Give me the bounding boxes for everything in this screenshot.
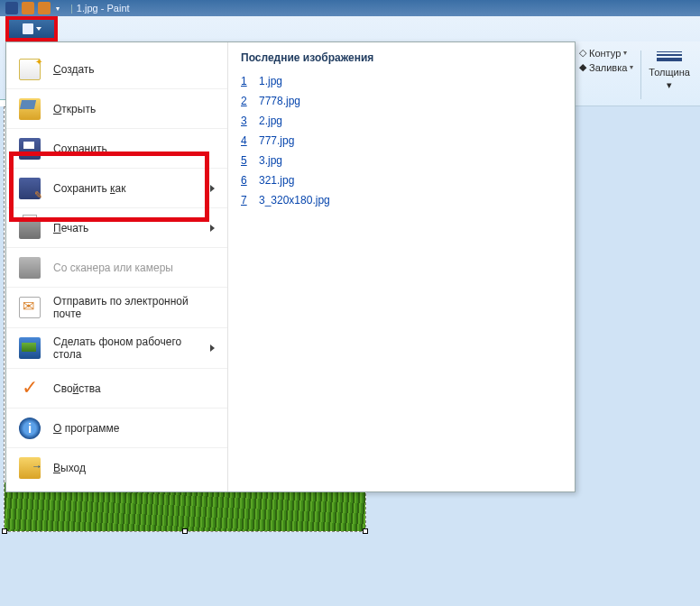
file-menu-button[interactable] (9, 20, 54, 38)
thickness-icon (657, 47, 682, 65)
wallpaper-icon (19, 337, 41, 359)
save-icon (19, 138, 41, 160)
ribbon-outline-button[interactable]: ◇ Контур ▾ (579, 47, 633, 59)
file-menu-dropdown: Создать Открыть Сохранить Сохранить как … (5, 41, 576, 492)
menu-item-label: Выход (53, 462, 86, 474)
menu-item-label: Со сканера или камеры (53, 262, 173, 274)
window-title-dash: - (98, 3, 107, 14)
fill-icon: ◆ (579, 61, 586, 73)
resize-handle[interactable] (2, 528, 7, 534)
menu-item-label: Сохранить (53, 142, 107, 155)
qat-customize-dropdown[interactable]: ▾ (54, 2, 61, 14)
properties-icon: ✓ (19, 378, 41, 399)
ribbon-outline-label: Контур (589, 48, 621, 59)
recent-file-item[interactable]: 32.jpg (241, 111, 562, 131)
window-title-app: Paint (107, 3, 130, 14)
about-icon: i (19, 418, 41, 439)
menu-item-label: Сделать фоном рабочего стола (53, 335, 198, 361)
recent-files-title: Последние изображения (241, 51, 562, 64)
new-icon (19, 59, 41, 80)
qat-save-icon[interactable] (5, 2, 18, 14)
menu-item-label: Отправить по электронной почте (53, 295, 215, 320)
quick-access-toolbar: ▾ (5, 2, 61, 14)
submenu-arrow-icon (210, 344, 215, 352)
menu-item-print[interactable]: Печать (6, 208, 227, 248)
recent-file-item[interactable]: 73_320x180.jpg (241, 190, 562, 210)
menu-item-save[interactable]: Сохранить (6, 129, 227, 169)
menu-item-new[interactable]: Создать (6, 50, 227, 89)
recent-files-list: 11.jpg 27778.jpg 32.jpg 4777.jpg 53.jpg … (241, 71, 562, 210)
resize-handle[interactable] (363, 528, 368, 534)
ribbon-outline-fill-group: ◇ Контур ▾ ◆ Заливка ▾ (579, 47, 633, 73)
resize-handle[interactable] (182, 528, 188, 534)
outline-icon: ◇ (579, 47, 586, 59)
open-icon (19, 98, 41, 120)
menu-item-label: Печать (53, 222, 88, 234)
ribbon-thickness-button[interactable]: Толщина ▾ (649, 47, 690, 91)
chevron-down-icon (36, 27, 41, 31)
ribbon-fill-button[interactable]: ◆ Заливка ▾ (579, 61, 633, 73)
title-separator: | (70, 3, 73, 14)
qat-redo-icon[interactable] (38, 2, 51, 14)
menu-item-label: Свойства (53, 382, 101, 395)
qat-undo-icon[interactable] (22, 2, 34, 14)
ribbon-thickness-label: Толщина (649, 67, 690, 78)
menu-item-exit[interactable]: Выход (6, 448, 227, 488)
menu-item-label: Открыть (53, 103, 96, 115)
submenu-arrow-icon (210, 185, 215, 192)
menu-item-scanner: Со сканера или камеры (6, 248, 227, 288)
recent-file-item[interactable]: 4777.jpg (241, 131, 562, 151)
menu-item-wallpaper[interactable]: Сделать фоном рабочего стола (6, 328, 227, 369)
recent-file-item[interactable]: 6321.jpg (241, 170, 562, 190)
file-menu-icon (23, 23, 33, 34)
title-bar: ▾ | 1.jpg - Paint (0, 0, 700, 16)
menu-item-label: О программе (53, 422, 119, 435)
ribbon-fill-label: Заливка (589, 62, 627, 73)
print-icon (19, 217, 41, 239)
recent-file-item[interactable]: 27778.jpg (241, 91, 562, 111)
menu-item-about[interactable]: i О программе (6, 409, 227, 448)
ribbon-right-fragment: ◇ Контур ▾ ◆ Заливка ▾ Толщина ▾ (576, 41, 700, 106)
save-as-icon (19, 178, 41, 199)
menu-item-label: Создать (53, 63, 95, 76)
chevron-down-icon: ▾ (667, 79, 672, 91)
menu-item-label: Сохранить как (53, 182, 125, 195)
chevron-down-icon: ▾ (630, 63, 633, 71)
file-menu-commands: Создать Открыть Сохранить Сохранить как … (6, 42, 228, 491)
ribbon-separator (640, 50, 641, 99)
exit-icon (19, 457, 41, 479)
scanner-icon (19, 257, 41, 279)
email-icon (19, 297, 41, 318)
menu-item-properties[interactable]: ✓ Свойства (6, 369, 227, 409)
highlight-file-button (5, 16, 58, 41)
submenu-arrow-icon (210, 225, 215, 232)
menu-item-open[interactable]: Открыть (6, 89, 227, 129)
recent-files-panel: Последние изображения 11.jpg 27778.jpg 3… (228, 42, 575, 491)
recent-file-item[interactable]: 53.jpg (241, 151, 562, 170)
chevron-down-icon: ▾ (623, 49, 627, 57)
recent-file-item[interactable]: 11.jpg (241, 71, 562, 91)
menu-item-email[interactable]: Отправить по электронной почте (6, 288, 227, 328)
window-title-filename: 1.jpg (77, 3, 98, 14)
menu-item-save-as[interactable]: Сохранить как (6, 169, 227, 208)
